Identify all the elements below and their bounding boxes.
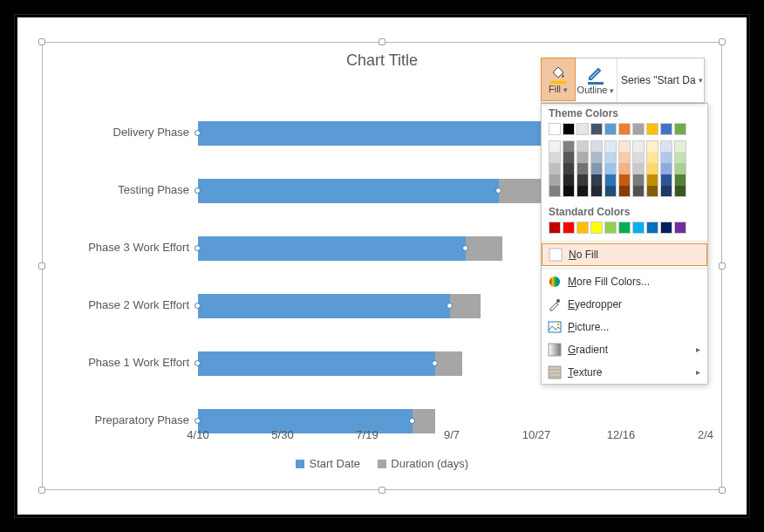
color-swatch[interactable] (549, 186, 561, 197)
resize-handle[interactable] (379, 487, 385, 494)
color-swatch[interactable] (674, 174, 686, 186)
color-swatch[interactable] (674, 152, 686, 163)
category-label[interactable]: Phase 1 Work Effort (50, 356, 198, 369)
color-swatch[interactable] (632, 186, 645, 197)
resize-handle[interactable] (719, 38, 726, 45)
color-swatch[interactable] (590, 140, 603, 152)
category-label[interactable]: Preparatory Phase (50, 413, 198, 426)
color-swatch[interactable] (632, 140, 645, 152)
color-swatch[interactable] (632, 222, 645, 234)
resize-handle[interactable] (379, 38, 385, 45)
color-swatch[interactable] (674, 140, 686, 152)
color-swatch[interactable] (632, 174, 645, 186)
category-label[interactable]: Phase 3 Work Effort (50, 241, 198, 254)
color-swatch[interactable] (576, 123, 589, 135)
color-swatch[interactable] (604, 186, 617, 197)
color-swatch[interactable] (590, 222, 603, 234)
color-swatch[interactable] (604, 222, 617, 234)
color-swatch[interactable] (590, 186, 603, 197)
color-swatch[interactable] (604, 140, 617, 152)
color-swatch[interactable] (618, 152, 631, 163)
color-swatch[interactable] (590, 163, 603, 174)
data-bar-start-date[interactable] (198, 179, 499, 203)
resize-handle[interactable] (38, 38, 45, 45)
color-swatch[interactable] (674, 123, 686, 135)
color-swatch[interactable] (618, 140, 631, 152)
color-swatch[interactable] (549, 222, 561, 234)
resize-handle[interactable] (719, 487, 726, 494)
color-swatch[interactable] (549, 152, 561, 163)
color-swatch[interactable] (674, 222, 686, 234)
color-swatch[interactable] (576, 186, 589, 197)
color-swatch[interactable] (563, 174, 575, 186)
color-swatch[interactable] (646, 140, 658, 152)
color-swatch[interactable] (563, 152, 575, 163)
color-swatch[interactable] (549, 140, 561, 152)
data-bar-start-date[interactable] (198, 236, 466, 261)
color-swatch[interactable] (576, 152, 589, 163)
color-swatch[interactable] (646, 222, 658, 234)
data-bar-duration[interactable] (450, 294, 481, 318)
color-swatch[interactable] (604, 123, 617, 135)
data-bar-start-date[interactable] (198, 294, 450, 318)
color-swatch[interactable] (646, 123, 658, 135)
color-swatch[interactable] (604, 152, 617, 163)
color-swatch[interactable] (646, 186, 658, 197)
more-fill-colors-option[interactable]: More Fill Colors... (542, 270, 707, 293)
color-swatch[interactable] (590, 174, 603, 186)
legend-item-duration[interactable]: Duration (days) (378, 457, 469, 470)
resize-handle[interactable] (719, 263, 726, 269)
color-swatch[interactable] (646, 163, 658, 174)
fill-button[interactable]: Fill▾ (541, 58, 576, 101)
category-label[interactable]: Phase 2 Work Effort (50, 298, 198, 311)
color-swatch[interactable] (660, 222, 672, 234)
texture-fill-option[interactable]: Texture ▸ (542, 361, 707, 384)
resize-handle[interactable] (38, 263, 45, 269)
resize-handle[interactable] (38, 487, 45, 494)
color-swatch[interactable] (646, 152, 658, 163)
color-swatch[interactable] (576, 140, 589, 152)
color-swatch[interactable] (618, 174, 631, 186)
color-swatch[interactable] (632, 152, 645, 163)
x-axis[interactable]: 4/105/307/199/710/2712/162/4 (198, 428, 706, 444)
color-swatch[interactable] (549, 163, 561, 174)
color-swatch[interactable] (563, 123, 575, 135)
color-swatch[interactable] (618, 222, 631, 234)
eyedropper-option[interactable]: Eyedropper (542, 293, 707, 316)
color-swatch[interactable] (590, 152, 603, 163)
color-swatch[interactable] (563, 140, 575, 152)
color-swatch[interactable] (632, 123, 645, 135)
data-bar-start-date[interactable] (198, 351, 435, 376)
color-swatch[interactable] (590, 123, 603, 135)
data-bar-duration[interactable] (435, 351, 462, 376)
category-label[interactable]: Testing Phase (50, 183, 198, 196)
color-swatch[interactable] (563, 163, 575, 174)
color-swatch[interactable] (646, 174, 658, 186)
color-swatch[interactable] (576, 163, 589, 174)
series-selector[interactable]: Series "Start Da ▾ (617, 58, 704, 102)
color-swatch[interactable] (549, 174, 561, 186)
data-bar-duration[interactable] (466, 236, 503, 261)
color-swatch[interactable] (660, 152, 672, 163)
color-swatch[interactable] (660, 174, 672, 186)
outline-button[interactable]: Outline▾ (575, 58, 617, 102)
color-swatch[interactable] (674, 163, 686, 174)
picture-fill-option[interactable]: Picture... (542, 316, 707, 338)
color-swatch[interactable] (660, 123, 672, 135)
color-swatch[interactable] (660, 163, 672, 174)
color-swatch[interactable] (632, 163, 645, 174)
color-swatch[interactable] (576, 174, 589, 186)
color-swatch[interactable] (618, 123, 631, 135)
legend[interactable]: Start Date Duration (days) (43, 457, 721, 470)
legend-item-start-date[interactable]: Start Date (296, 457, 360, 470)
color-swatch[interactable] (618, 163, 631, 174)
gradient-fill-option[interactable]: Gradient ▸ (542, 338, 707, 361)
color-swatch[interactable] (576, 222, 589, 234)
color-swatch[interactable] (674, 186, 686, 197)
color-swatch[interactable] (660, 186, 672, 197)
no-fill-option[interactable]: No Fill (542, 243, 707, 266)
color-swatch[interactable] (660, 140, 672, 152)
color-swatch[interactable] (618, 186, 631, 197)
color-swatch[interactable] (563, 222, 575, 234)
category-label[interactable]: Delivery Phase (50, 126, 198, 139)
